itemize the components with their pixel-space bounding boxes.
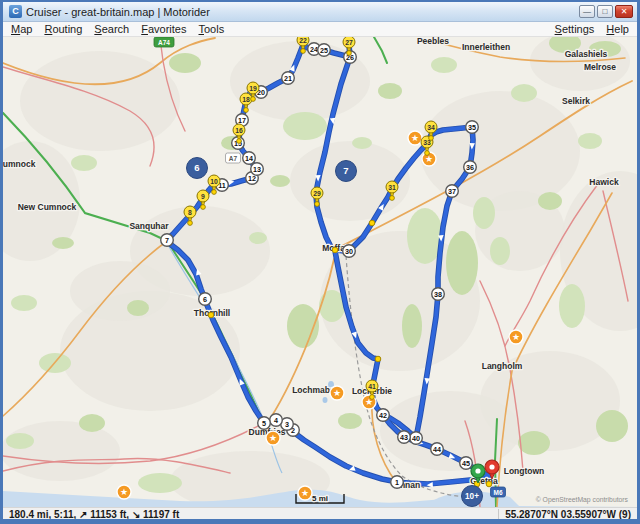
route-summary: 180.4 mi, 5:11, ↗ 11153 ft, ↘ 11197 ft: [3, 509, 498, 520]
menu-item-settings[interactable]: Settings: [549, 23, 601, 35]
road-shield-a74: A74: [154, 37, 174, 47]
svg-text:41: 41: [368, 383, 376, 390]
hillshade: [3, 421, 120, 481]
forest: [518, 431, 550, 455]
map-canvas[interactable]: PeeblesInnerleithenGalashielsMelroseSelk…: [3, 37, 637, 507]
road-shield-a7: A7: [226, 153, 241, 163]
via-point-dot[interactable]: [208, 312, 214, 318]
svg-text:7: 7: [165, 236, 169, 245]
forest: [578, 133, 602, 149]
title-bar[interactable]: C Cruiser - great-britain.map | Motoride…: [3, 2, 637, 22]
svg-text:42: 42: [379, 411, 387, 420]
svg-text:16: 16: [235, 127, 243, 134]
cluster-marker-7[interactable]: 7: [336, 161, 357, 182]
svg-text:6: 6: [194, 162, 199, 173]
forest: [431, 57, 457, 73]
forest: [283, 112, 327, 140]
via-point-dot[interactable]: [369, 220, 375, 226]
poi-star-icon[interactable]: ★: [509, 330, 523, 344]
svg-text:7: 7: [343, 165, 348, 176]
svg-text:★: ★: [512, 332, 520, 342]
waypoint-marker-30[interactable]: 30: [343, 245, 356, 258]
close-button[interactable]: ✕: [615, 5, 633, 18]
waypoint-marker-21[interactable]: 21: [282, 72, 295, 85]
waypoint-marker-38[interactable]: 38: [432, 288, 445, 301]
svg-text:3: 3: [285, 420, 289, 429]
svg-text:30: 30: [345, 247, 353, 256]
town-label-cumnock: Cumnock: [3, 159, 36, 169]
waypoint-marker-5[interactable]: 5: [258, 417, 271, 430]
cluster-marker-6[interactable]: 6: [187, 158, 208, 179]
app-window: C Cruiser - great-britain.map | Motoride…: [0, 0, 640, 524]
waypoint-marker-37[interactable]: 37: [446, 185, 459, 198]
svg-text:35: 35: [468, 123, 476, 132]
waypoint-marker-44[interactable]: 44: [431, 443, 444, 456]
town-label-melrose: Melrose: [584, 62, 616, 72]
svg-text:★: ★: [411, 133, 419, 143]
forest: [596, 410, 628, 442]
waypoint-marker-7[interactable]: 7: [161, 234, 174, 247]
svg-text:31: 31: [388, 184, 396, 191]
menu-item-routing[interactable]: Routing: [38, 23, 88, 35]
waypoint-marker-4[interactable]: 4: [270, 414, 283, 427]
forest: [11, 295, 37, 311]
copyright-attribution: © OpenStreetMap contributors: [536, 496, 629, 504]
svg-text:18: 18: [242, 96, 250, 103]
svg-text:★: ★: [269, 433, 277, 443]
svg-text:29: 29: [313, 190, 321, 197]
town-label-peebles: Peebles: [417, 37, 449, 46]
waypoint-marker-13[interactable]: 13: [251, 163, 264, 176]
svg-text:★: ★: [120, 487, 128, 497]
svg-text:★: ★: [333, 388, 341, 398]
menu-item-tools[interactable]: Tools: [193, 23, 231, 35]
waypoint-marker-6[interactable]: 6: [199, 293, 212, 306]
svg-text:4: 4: [274, 416, 278, 425]
via-point-dot[interactable]: [332, 247, 338, 253]
menu-item-favorites[interactable]: Favorites: [135, 23, 192, 35]
via-point-dot[interactable]: [486, 481, 492, 487]
waypoint-marker-40[interactable]: 40: [410, 432, 423, 445]
scale-label: 5 mi: [312, 494, 328, 503]
menu-item-search[interactable]: Search: [88, 23, 135, 35]
menu-item-map[interactable]: Map: [5, 23, 38, 35]
waypoint-marker-1[interactable]: 1: [391, 476, 404, 489]
forest: [446, 231, 478, 295]
forest: [52, 237, 74, 249]
forest: [490, 237, 510, 265]
menu-item-help[interactable]: Help: [600, 23, 635, 35]
loch: [323, 397, 328, 403]
svg-text:A74: A74: [158, 39, 170, 46]
forest: [127, 300, 149, 316]
waypoint-marker-42[interactable]: 42: [377, 409, 390, 422]
forest: [6, 433, 34, 449]
poi-star-icon[interactable]: ★: [330, 386, 344, 400]
waypoint-marker-45[interactable]: 45: [460, 457, 473, 470]
waypoint-marker-14[interactable]: 14: [243, 152, 256, 165]
town-label-innerleithen: Innerleithen: [462, 42, 510, 52]
svg-text:24: 24: [310, 45, 318, 54]
via-point-dot[interactable]: [375, 356, 381, 362]
svg-text:M6: M6: [493, 489, 502, 496]
map-svg[interactable]: PeeblesInnerleithenGalashielsMelroseSelk…: [3, 37, 637, 507]
hillshade: [70, 261, 170, 321]
svg-text:45: 45: [462, 459, 470, 468]
waypoint-marker-25[interactable]: 25: [318, 44, 331, 57]
poi-star-icon[interactable]: ★: [266, 431, 280, 445]
town-label-galashiels: Galashiels: [565, 49, 608, 59]
waypoint-marker-43[interactable]: 43: [398, 431, 411, 444]
waypoint-marker-35[interactable]: 35: [466, 121, 479, 134]
forest: [270, 175, 290, 187]
svg-text:10: 10: [210, 178, 218, 185]
poi-star-icon[interactable]: ★: [408, 131, 422, 145]
minimize-button[interactable]: —: [579, 5, 595, 18]
svg-text:34: 34: [427, 124, 435, 131]
poi-star-icon[interactable]: ★: [298, 486, 312, 500]
cluster-marker-10plus[interactable]: 10+: [462, 486, 483, 507]
window-title: Cruiser - great-britain.map | Motorider: [26, 6, 210, 18]
maximize-button[interactable]: □: [597, 5, 613, 18]
svg-text:22: 22: [299, 37, 307, 44]
svg-text:21: 21: [284, 74, 292, 83]
poi-star-icon[interactable]: ★: [117, 485, 131, 499]
waypoint-marker-36[interactable]: 36: [464, 161, 477, 174]
svg-text:5: 5: [262, 419, 266, 428]
